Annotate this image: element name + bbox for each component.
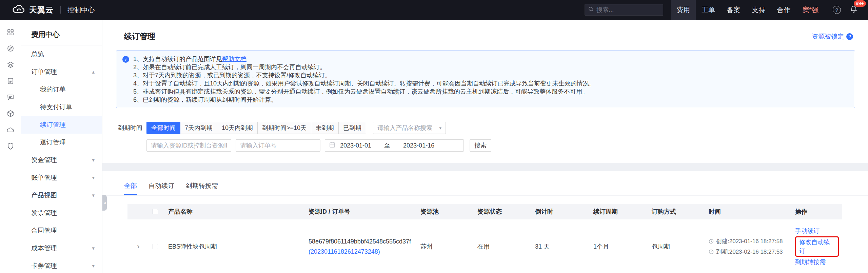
order-number-link[interactable]: (20230116182612473248) (309, 248, 380, 255)
nav-divider (60, 6, 61, 14)
chevron-down-icon: ▾ (92, 245, 95, 251)
sidebar-item-cost-management[interactable]: 成本管理 ▾ (21, 239, 102, 257)
question-icon: ? (846, 33, 853, 40)
sidebar-item-product-view[interactable]: 产品视图 ▾ (21, 187, 102, 204)
sidebar-item-contracts[interactable]: 合同管理 (21, 222, 102, 239)
time-filter-gte10days[interactable]: 到期时间>=10天 (258, 122, 311, 134)
notifications-button[interactable]: 99+ (849, 5, 859, 15)
search-icon (588, 6, 594, 13)
notice-line-4: 4、对于设置了自动续订，且10天内到期的资源，如果用户尝试修改自动续订周期、关闭… (133, 79, 848, 87)
renewal-list-card: 全部 自动续订 到期转按需 产品名称 资源ID / 订单号 资源池 (102, 171, 868, 273)
info-icon: i (122, 56, 129, 63)
cell-product: EBS弹性块包周期 (165, 219, 305, 273)
notice-line-5: 5、非成套订购但具有绑定或挂载关系的资源，需要分别开通自动续订，例如仅为云硬盘设… (133, 87, 848, 96)
help-doc-link[interactable]: 帮助文档 (222, 56, 246, 62)
tab-expire-to-ondemand[interactable]: 到期转按需 (186, 181, 218, 195)
date-to[interactable]: 2023-01-16 (403, 142, 434, 149)
compass-icon[interactable] (6, 44, 15, 53)
sidebar-item-funds[interactable]: 资金管理 ▾ (21, 151, 102, 169)
nav-item-ticket[interactable]: 工单 (696, 0, 721, 20)
nav-item-icp[interactable]: 备案 (721, 0, 746, 20)
cell-period: 1个月 (590, 219, 648, 273)
message-icon[interactable] (6, 93, 15, 102)
sidebar-item-coupons[interactable]: 卡券管理 ▾ (21, 257, 102, 273)
sidebar-item-label: 总览 (31, 50, 44, 59)
product-select-placeholder: 请输入产品名称搜索 (377, 124, 432, 132)
sidebar-item-my-orders[interactable]: 我的订单 (21, 81, 102, 98)
expire-to-ondemand-link[interactable]: 到期转按需 (795, 258, 826, 267)
time-filter-not-expired[interactable]: 未到期 (311, 122, 339, 134)
nav-item-partner[interactable]: 合作 (771, 0, 796, 20)
shield-icon[interactable] (6, 142, 15, 151)
brand[interactable]: 天翼云 (0, 5, 54, 15)
filters-card: 续订管理 资源被锁定 ? i 1、支持自动续订的产品范围详见帮助文档 2、如果在… (102, 20, 868, 163)
cell-resource-id: 58e679f8061149bbbf42548c555cd37f (202301… (305, 219, 417, 273)
sidebar-item-label: 合同管理 (31, 226, 57, 235)
sidebar-item-bills[interactable]: 账单管理 ▾ (21, 169, 102, 187)
cell-order-type: 包周期 (648, 219, 705, 273)
date-from[interactable]: 2023-01-01 (340, 142, 371, 149)
sidebar-collapse-handle[interactable]: ◂ (102, 195, 107, 211)
sidebar-item-label: 成本管理 (31, 244, 57, 253)
order-number-input[interactable] (236, 139, 320, 152)
cloud-logo-icon (12, 5, 25, 15)
time-filter-expired[interactable]: 已到期 (339, 122, 366, 134)
notice-line-3: 3、对于7天内到期的资源，或已到期的资源，不支持设置/修改自动续订。 (133, 71, 848, 79)
sidebar-item-label: 账单管理 (31, 173, 57, 182)
resource-id-input[interactable] (146, 139, 231, 152)
sidebar-item-renewal-management[interactable]: 续订管理 (21, 116, 102, 134)
chevron-down-icon: ▾ (92, 192, 95, 198)
resource-locked-link[interactable]: 资源被锁定 ? (812, 32, 853, 41)
sidebar-item-invoices[interactable]: 发票管理 (21, 204, 102, 222)
highlight-annotation-box: 修改自动续订 (795, 236, 839, 257)
navbar-right: 费用 工单 备案 支持 合作 窦*强 ? 99+ (585, 0, 868, 20)
sidebar-item-label: 产品视图 (31, 191, 57, 200)
row-checkbox[interactable] (153, 244, 158, 249)
select-all-checkbox[interactable] (153, 209, 158, 214)
top-navbar: 天翼云 控制中心 费用 工单 备案 支持 合作 窦*强 ? (0, 0, 868, 20)
notice-text: 1、支持自动续订的产品范围详见 (133, 56, 222, 62)
nav-item-fee[interactable]: 费用 (671, 0, 696, 20)
sidebar-title: 费用中心 (21, 20, 102, 45)
cube-icon[interactable] (6, 109, 15, 118)
sidebar-item-unsubscribe[interactable]: 退订管理 (21, 134, 102, 151)
header-status: 资源状态 (474, 204, 532, 219)
grid-icon[interactable] (6, 28, 15, 37)
user-menu[interactable]: 窦*强 (796, 0, 825, 20)
modify-auto-renew-link[interactable]: 修改自动续订 (799, 239, 830, 254)
cloud-icon[interactable] (6, 125, 15, 134)
time-filter-all[interactable]: 全部时间 (146, 122, 180, 134)
console-center-label[interactable]: 控制中心 (67, 5, 95, 15)
cell-pool: 苏州 (417, 219, 474, 273)
tab-auto-renew[interactable]: 自动续订 (149, 181, 174, 195)
tab-all[interactable]: 全部 (124, 181, 137, 195)
sidebar-item-order-management[interactable]: 订单管理 ▴ (21, 63, 102, 81)
product-name-select[interactable]: 请输入产品名称搜索 ▾ (373, 122, 446, 134)
cell-countdown: 31 天 (532, 219, 590, 273)
stack-icon[interactable] (6, 60, 15, 69)
time-filter-group: 全部时间 7天内到期 10天内到期 到期时间>=10天 未到期 已到期 (146, 122, 366, 134)
chevron-up-icon: ▴ (92, 69, 95, 75)
order-list-icon[interactable] (6, 77, 15, 85)
search-button[interactable]: 搜索 (470, 139, 491, 152)
time-filter-7days[interactable]: 7天内到期 (180, 122, 217, 134)
sidebar-item-label: 发票管理 (31, 209, 57, 217)
search-input[interactable] (596, 6, 659, 14)
help-button[interactable]: ? (832, 5, 842, 15)
header-actions: 操作 (792, 204, 842, 219)
row-expand-icon[interactable]: › (131, 242, 146, 251)
nav-item-support[interactable]: 支持 (746, 0, 771, 20)
time-filter-10days[interactable]: 10天内到期 (217, 122, 258, 134)
sidebar-item-label: 订单管理 (31, 67, 57, 76)
clock-icon (709, 249, 714, 254)
chevron-down-icon: ▾ (92, 157, 95, 163)
table-header-row: 产品名称 资源ID / 订单号 资源池 资源状态 倒计时 续订周期 订购方式 时… (127, 204, 842, 219)
chevron-down-icon: ▾ (92, 175, 95, 181)
sidebar-item-pending-payment[interactable]: 待支付订单 (21, 98, 102, 116)
sidebar-item-overview[interactable]: 总览 (21, 45, 102, 63)
date-range-picker[interactable]: 2023-01-01 至 2023-01-16 (325, 139, 464, 152)
sidebar-item-label: 退订管理 (40, 138, 66, 147)
manual-renew-link[interactable]: 手动续订 (795, 227, 820, 235)
chevron-down-icon: ▾ (439, 125, 442, 131)
global-search[interactable] (585, 4, 663, 16)
